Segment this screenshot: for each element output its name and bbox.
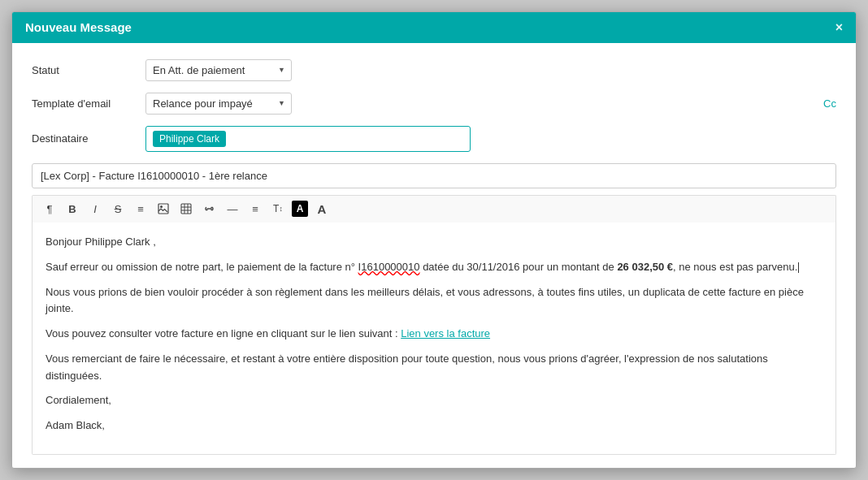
cc-link[interactable]: Cc xyxy=(823,97,836,110)
editor-area[interactable]: Bonjour Philippe Clark , Sauf erreur ou … xyxy=(32,223,836,455)
email-sign2: Adam Black, xyxy=(46,417,822,435)
heading-btn[interactable]: T↕ xyxy=(269,201,287,216)
highlight-btn[interactable]: A xyxy=(292,201,308,217)
template-control: Relance pour impayé Rappel Autre xyxy=(145,93,823,115)
text-cursor xyxy=(798,262,799,273)
statut-row: Statut En Att. de paiement Payé En retar… xyxy=(32,59,836,81)
strikethrough-btn[interactable]: S xyxy=(109,201,127,217)
image-btn[interactable] xyxy=(154,201,172,216)
modal-title: Nouveau Message xyxy=(25,20,132,34)
ul-btn[interactable]: ≡ xyxy=(132,201,150,217)
modal-body: Statut En Att. de paiement Payé En retar… xyxy=(12,43,856,468)
destinataire-control: Philippe Clark xyxy=(145,126,836,152)
email-para3: Vous pouvez consulter votre facture en l… xyxy=(46,326,822,343)
editor-toolbar: ¶ B I S ≡ xyxy=(32,195,836,223)
invoice-link[interactable]: Lien vers la facture xyxy=(401,327,490,339)
statut-select[interactable]: En Att. de paiement Payé En retard xyxy=(145,59,292,81)
close-icon[interactable]: × xyxy=(835,20,843,35)
modal-nouveau-message: Nouveau Message × Statut En Att. de paie… xyxy=(11,11,857,469)
email-para1: Sauf erreur ou omission de notre part, l… xyxy=(46,259,822,276)
statut-control: En Att. de paiement Payé En retard xyxy=(145,59,836,81)
modal-header: Nouveau Message × xyxy=(12,12,856,43)
svg-rect-2 xyxy=(181,204,191,214)
email-greeting: Bonjour Philippe Clark , xyxy=(46,234,822,251)
paragraph-btn[interactable]: ¶ xyxy=(41,201,59,217)
align-btn[interactable]: ≡ xyxy=(246,201,264,217)
destinataire-label: Destinataire xyxy=(32,132,145,145)
destinataire-input[interactable]: Philippe Clark xyxy=(145,126,471,152)
destinataire-tag[interactable]: Philippe Clark xyxy=(153,131,226,147)
hr-btn[interactable]: — xyxy=(224,201,241,217)
statut-label: Statut xyxy=(32,64,145,76)
email-sign1: Cordialement, xyxy=(46,392,822,409)
table-btn[interactable] xyxy=(177,201,195,216)
destinataire-row: Destinataire Philippe Clark xyxy=(32,126,836,152)
link-btn[interactable] xyxy=(200,202,219,215)
fontsize-btn[interactable]: A xyxy=(313,201,331,218)
template-label: Template d'email xyxy=(32,97,145,110)
template-select-wrapper: Relance pour impayé Rappel Autre xyxy=(145,93,292,115)
bold-btn[interactable]: B xyxy=(63,201,81,217)
template-select[interactable]: Relance pour impayé Rappel Autre xyxy=(145,93,292,115)
email-para4: Vous remerciant de faire le nécessaire, … xyxy=(46,351,822,385)
italic-btn[interactable]: I xyxy=(86,201,104,217)
template-row: Template d'email Relance pour impayé Rap… xyxy=(32,93,836,115)
invoice-ref: I1610000010 xyxy=(358,261,420,273)
subject-input[interactable] xyxy=(32,163,836,188)
statut-select-wrapper: En Att. de paiement Payé En retard xyxy=(145,59,292,81)
email-para2: Nous vous prions de bien vouloir procéde… xyxy=(46,284,822,318)
svg-point-1 xyxy=(160,205,163,208)
svg-rect-0 xyxy=(158,204,168,214)
